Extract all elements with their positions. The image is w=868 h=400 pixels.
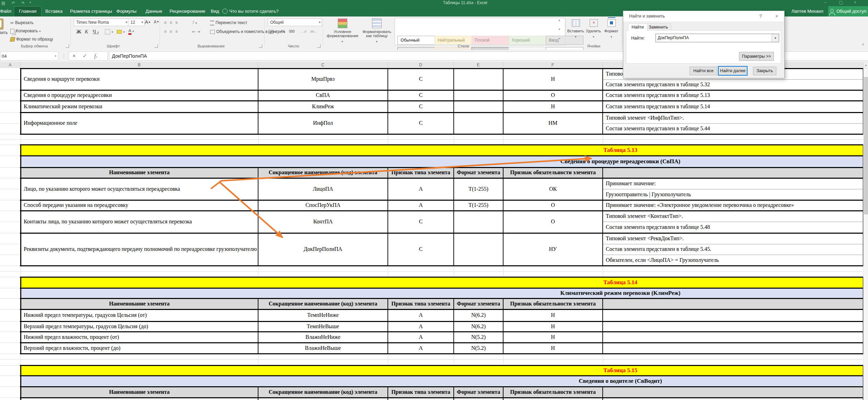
column-header-E[interactable]: E — [454, 62, 503, 68]
clipboard-dialog-launcher[interactable] — [66, 44, 69, 48]
cell-format[interactable]: N(6.2) — [454, 309, 503, 321]
table-header-cell[interactable]: Признак типа элемента — [388, 387, 454, 398]
column-header-D[interactable]: D — [388, 62, 454, 68]
cell-description[interactable]: Состав элемента представлен в таблице 5.… — [603, 123, 866, 134]
cell-code[interactable]: ВлажнНеНиже — [258, 332, 388, 343]
table-title[interactable]: Таблица 5.14 — [378, 277, 863, 288]
save-icon[interactable]: ▤ — [1, 1, 5, 5]
dialog-tab-find[interactable]: Найти — [628, 23, 647, 31]
share-button[interactable]: Общий доступ — [828, 6, 868, 16]
gallery-scroll-down-icon[interactable]: ▼ — [556, 28, 563, 31]
table-subtitle[interactable]: Сведения о водителе (СвВодит) — [378, 376, 863, 387]
ribbon-tab-2[interactable]: Вставка — [40, 6, 67, 16]
wrap-text-button[interactable]: Перенести текст — [210, 19, 247, 26]
cell-code[interactable]: ВлажнНеВыше — [258, 343, 388, 354]
cell-type[interactable]: А — [388, 332, 454, 343]
cell-name[interactable]: Верхний предел влажности, процент (до) — [21, 343, 261, 354]
find-what-input[interactable]: ДокПерПолнПА ▾ — [656, 34, 779, 42]
table-header-cell[interactable]: Признак обязательности элемента — [503, 167, 603, 178]
options-button[interactable]: Параметры >> — [739, 52, 774, 61]
cell-required[interactable]: Н — [503, 68, 603, 90]
italic-button[interactable]: К — [85, 28, 88, 35]
tell-me-box[interactable]: Что вы хотите сделать? — [229, 6, 279, 16]
ribbon-tab-4[interactable]: Формулы — [112, 6, 141, 16]
close-window-icon[interactable]: × — [854, 0, 856, 5]
column-header-C[interactable]: C — [258, 62, 388, 68]
style-chip-0[interactable]: Обычный — [397, 36, 435, 45]
conditional-formatting-button[interactable]: Условное форматирование ▾ — [326, 18, 359, 47]
percent-button[interactable]: % — [281, 28, 285, 35]
fill-color-button[interactable]: ▾ — [117, 28, 125, 35]
ribbon-tab-3[interactable]: Разметка страницы — [65, 6, 117, 16]
font-name-combo[interactable]: Times New Roma▾ — [74, 19, 129, 26]
column-header-F[interactable]: F — [503, 62, 603, 68]
format-as-table-button[interactable]: Форматировать как таблицу ▾ — [360, 18, 393, 47]
cancel-formula-icon[interactable]: × — [72, 53, 76, 59]
format-cells-button[interactable]: Формат ▾ — [603, 18, 620, 47]
cell-description[interactable] — [603, 309, 866, 321]
qat-customize-icon[interactable]: ▾ — [30, 1, 31, 4]
collapse-ribbon-icon[interactable]: ʌ — [862, 42, 864, 46]
cell-code[interactable]: КлимРеж — [258, 101, 388, 112]
cell-type[interactable]: С — [388, 101, 454, 112]
shrink-font-button[interactable]: А▼ — [154, 19, 159, 25]
table-header-cell[interactable]: Признак обязательности элемента — [503, 387, 603, 398]
table-header-cell[interactable]: Признак типа элемента — [388, 298, 454, 309]
table-header-cell[interactable]: Наименование элемента — [21, 167, 258, 178]
dialog-titlebar[interactable]: Найти и заменить ? × — [623, 11, 784, 21]
gallery-scroll-up-icon[interactable]: ▲ — [556, 19, 563, 22]
cell-code[interactable]: ИнфПол — [258, 112, 388, 134]
cell-required[interactable]: ОК — [503, 178, 603, 200]
cell-description[interactable]: Типовой элемент <КонтактТип>. — [603, 211, 866, 222]
cell-name[interactable]: Нижний предел влажности, процент (от) — [21, 332, 261, 343]
cell-name[interactable]: Контакты лица, по указанию которого може… — [21, 211, 261, 233]
cell-type[interactable]: С — [388, 112, 454, 134]
cell-description[interactable]: Состав элемента представлен в таблице 5.… — [603, 90, 866, 101]
redo-icon[interactable]: ↷ — [21, 1, 25, 5]
comma-style-button[interactable]: 000 — [289, 28, 295, 35]
table-header-cell[interactable]: Формат элемента — [454, 298, 503, 309]
sheet-grid[interactable]: Сведения о маршруте перевозкиМршПрвзСНТи… — [0, 68, 868, 400]
scrollbar-up-icon[interactable]: ▲ — [864, 62, 868, 69]
borders-button[interactable]: ▾ — [105, 28, 113, 35]
table-subtitle[interactable]: Климатический режим перевозки (КлимРеж) — [378, 288, 863, 298]
cell-description[interactable]: Состав элемента представлен в таблице 5.… — [603, 222, 866, 233]
cell-description[interactable] — [603, 343, 866, 354]
number-format-combo[interactable]: Общий▾ — [268, 19, 322, 26]
alignment-dialog-launcher[interactable] — [259, 44, 262, 48]
name-box-dropdown-icon[interactable]: ▾ — [55, 52, 56, 60]
table-header-cell[interactable]: Наименование элемента — [21, 298, 258, 309]
cell-format[interactable]: N(5.2) — [454, 332, 503, 343]
indent-icons[interactable]: ⇤ ⇥ — [192, 28, 200, 35]
table-title[interactable]: Таблица 5.15 — [378, 365, 863, 376]
cell-required[interactable]: Н — [503, 321, 603, 332]
cell-name[interactable]: Информационное поле — [21, 112, 261, 134]
gallery-scroll[interactable]: ▲ ▼ ⏷ — [556, 19, 563, 43]
cell-description[interactable] — [603, 332, 866, 343]
cell-required[interactable]: О — [503, 211, 603, 233]
cell-format[interactable] — [454, 68, 503, 90]
cell-name[interactable]: Климатический режим перевозки — [21, 101, 261, 112]
style-chip-2[interactable]: Плохой — [472, 36, 509, 45]
cell-code[interactable]: ТемпНеНиже — [258, 309, 388, 321]
cell-required[interactable]: Н — [503, 309, 603, 321]
table-header-cell[interactable]: Сокращенное наименование (код) элемента — [258, 167, 388, 178]
cell-format[interactable] — [454, 211, 503, 233]
vertical-scrollbar[interactable]: ▲ — [863, 62, 868, 400]
copy-button[interactable]: Копировать ▾ — [10, 27, 41, 34]
cell-description[interactable]: Принимает значение: — [603, 178, 866, 189]
insert-cells-button[interactable]: Вставить ▾ — [567, 18, 584, 47]
font-dialog-launcher[interactable] — [154, 44, 158, 48]
cell-type[interactable]: С — [388, 233, 454, 266]
cell-format[interactable]: N(5.2) — [454, 343, 503, 354]
cell-code[interactable]: СпосПерУкПА — [258, 200, 388, 211]
cell-type[interactable]: С — [388, 90, 454, 101]
cell-name[interactable]: Лицо, по указанию которого может осущест… — [21, 178, 261, 200]
table-header-cell[interactable]: Признак типа элемента — [388, 167, 454, 178]
grow-font-button[interactable]: А▲ — [145, 19, 151, 25]
bold-button[interactable]: Ж — [76, 28, 81, 35]
font-color-button[interactable]: А ▾ — [128, 27, 134, 34]
restore-icon[interactable]: ▢ — [839, 0, 843, 5]
cell-required[interactable]: О — [503, 200, 603, 211]
ribbon-tab-6[interactable]: Рецензирование — [165, 6, 210, 16]
